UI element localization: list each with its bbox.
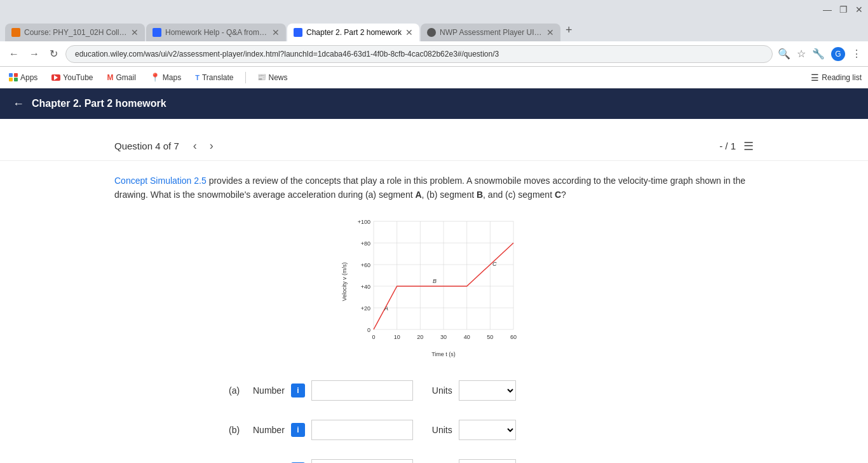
minimize-button[interactable]: — <box>823 4 832 15</box>
part-a-label: (a) <box>229 385 241 396</box>
svg-text:+20: +20 <box>361 305 370 312</box>
nav-arrows: ‹ › <box>189 138 217 154</box>
number-input-a[interactable] <box>311 380 413 401</box>
bookmark-maps-label: Maps <box>163 73 181 82</box>
info-btn-a[interactable]: i <box>291 384 305 397</box>
info-btn-b[interactable]: i <box>291 423 305 437</box>
gmail-icon: M <box>107 73 114 82</box>
segment-b-label: B <box>477 190 483 200</box>
segment-c-label: C <box>555 190 561 200</box>
youtube-icon <box>51 74 60 81</box>
tab-2-close[interactable]: ✕ <box>272 27 280 38</box>
svg-text:A: A <box>384 305 388 312</box>
title-bar-controls: — ❐ ✕ <box>823 4 863 15</box>
apps-grid-icon <box>9 73 18 82</box>
segment-a-label: A <box>415 190 421 200</box>
svg-text:0: 0 <box>367 327 370 333</box>
units-select-c[interactable] <box>459 459 516 463</box>
bookmark-news[interactable]: 📰 News <box>255 72 290 83</box>
number-input-c[interactable] <box>311 459 413 463</box>
svg-text:40: 40 <box>464 334 470 340</box>
reading-list-icon: ☰ <box>811 73 819 83</box>
star-icon[interactable]: ☆ <box>797 48 806 60</box>
tab-3-title: Chapter 2. Part 2 homework <box>306 28 402 37</box>
svg-text:10: 10 <box>394 334 400 340</box>
profile-icon[interactable]: G <box>831 47 845 61</box>
tab-1[interactable]: Course: PHY_101_02H College Pr... ✕ <box>5 24 145 41</box>
problem-text: Concept Simulation 2.5 provides a review… <box>114 174 754 202</box>
prev-question-button[interactable]: ‹ <box>189 138 201 154</box>
back-button[interactable]: ← <box>6 46 22 62</box>
question-list-icon[interactable]: ☰ <box>743 139 754 153</box>
title-bar: — ❐ ✕ <box>0 0 868 19</box>
tab-1-close[interactable]: ✕ <box>131 27 139 38</box>
next-question-button[interactable]: › <box>206 138 217 154</box>
new-tab-button[interactable]: + <box>562 24 576 37</box>
forward-button[interactable]: → <box>27 46 42 62</box>
question-label: Question 4 of 7 <box>114 141 179 151</box>
number-label-a: Number <box>253 385 285 396</box>
bookmark-apps[interactable]: Apps <box>6 72 40 83</box>
svg-text:+80: +80 <box>361 240 370 247</box>
question-nav: Question 4 of 7 ‹ › - / 1 ☰ <box>0 132 868 161</box>
tab-4-title: NWP Assessment Player UI App... <box>440 28 543 37</box>
svg-text:20: 20 <box>417 334 423 340</box>
bookmark-gmail[interactable]: M Gmail <box>105 72 139 83</box>
tab-1-title: Course: PHY_101_02H College Pr... <box>24 28 127 37</box>
tab-3[interactable]: Chapter 2. Part 2 homework ✕ <box>287 24 419 41</box>
maximize-button[interactable]: ❐ <box>839 4 848 15</box>
units-select-a[interactable] <box>459 380 516 401</box>
tab-3-favicon <box>294 28 302 37</box>
svg-text:Time  t (s): Time t (s) <box>431 351 456 357</box>
bookmark-translate[interactable]: T Translate <box>193 72 236 83</box>
address-bar: ← → ↻ 🔍 ☆ 🔧 G ⋮ <box>0 41 868 67</box>
tab-3-close[interactable]: ✕ <box>405 27 413 38</box>
extension-icon[interactable]: 🔧 <box>812 48 825 60</box>
answer-section: (a) Number i Units (b) Number i Units <box>114 380 754 463</box>
answer-row-b: (b) Number i Units <box>229 420 639 440</box>
bookmark-youtube[interactable]: YouTube <box>49 72 95 83</box>
bookmark-translate-label: Translate <box>202 73 234 82</box>
svg-text:+100: +100 <box>358 219 370 225</box>
svg-text:50: 50 <box>487 334 493 340</box>
bookmark-news-label: News <box>269 73 288 82</box>
problem-content: Concept Simulation 2.5 provides a review… <box>0 174 868 463</box>
svg-text:B: B <box>433 278 437 284</box>
svg-text:30: 30 <box>440 334 447 340</box>
number-label-b: Number <box>253 425 285 435</box>
velocity-time-chart: Velocity v (m/s) Time t (s) <box>339 215 529 361</box>
svg-text:0: 0 <box>372 334 375 340</box>
translate-icon: T <box>195 74 200 81</box>
search-icon[interactable]: 🔍 <box>778 48 790 60</box>
bookmark-maps[interactable]: 📍 Maps <box>147 71 184 83</box>
score-text: - / 1 <box>719 141 736 151</box>
concept-link[interactable]: Concept Simulation 2.5 <box>114 176 207 186</box>
tab-4[interactable]: NWP Assessment Player UI App... ✕ <box>421 24 560 41</box>
svg-text:+40: +40 <box>361 284 370 290</box>
maps-icon: 📍 <box>150 73 160 82</box>
tab-2[interactable]: Homework Help - Q&A from On... ✕ <box>146 24 286 41</box>
menu-icon[interactable]: ⋮ <box>851 48 862 60</box>
page-back-button[interactable]: ← <box>13 97 24 111</box>
reading-list[interactable]: ☰ Reading list <box>811 73 862 83</box>
answer-row-a: (a) Number i Units <box>229 380 639 401</box>
refresh-button[interactable]: ↻ <box>47 45 60 62</box>
address-input[interactable] <box>65 45 773 63</box>
svg-text:Velocity  v (m/s): Velocity v (m/s) <box>341 262 348 301</box>
problem-text-3: , and (c) segment <box>483 190 555 200</box>
units-label-a: Units <box>432 385 452 396</box>
bookmark-youtube-label: YouTube <box>63 73 93 82</box>
tab-4-favicon <box>427 28 436 37</box>
svg-text:+60: +60 <box>361 262 370 268</box>
number-input-b[interactable] <box>311 420 413 440</box>
tab-2-favicon <box>153 28 161 37</box>
part-b-label: (b) <box>229 425 241 435</box>
page-header-title: Chapter 2. Part 2 homework <box>32 98 166 109</box>
tab-4-close[interactable]: ✕ <box>546 27 554 38</box>
close-button[interactable]: ✕ <box>855 4 863 15</box>
units-select-b[interactable] <box>459 420 516 440</box>
bookmark-gmail-label: Gmail <box>116 73 136 82</box>
bookmarks-divider <box>245 72 246 83</box>
browser-chrome: — ❐ ✕ Course: PHY_101_02H College Pr... … <box>0 0 868 88</box>
problem-text-4: ? <box>561 190 566 200</box>
